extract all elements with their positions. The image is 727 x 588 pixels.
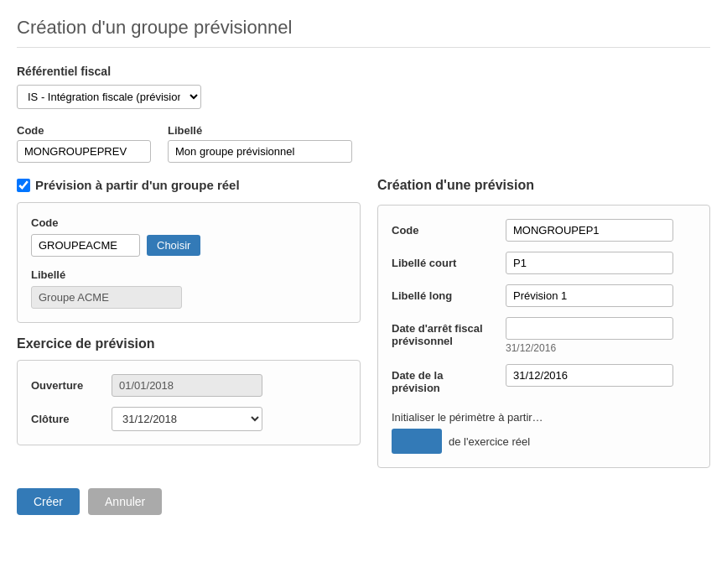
exercice-title: Exercice de prévision: [17, 336, 361, 351]
creation-code-label: Code: [392, 219, 492, 237]
init-label: Initialiser le périmètre à partir…: [392, 411, 696, 424]
creation-date-arret-input[interactable]: [506, 317, 673, 340]
creation-libelle-long-label: Libellé long: [392, 284, 492, 302]
referentiel-label: Référentiel fiscal: [17, 65, 710, 78]
init-button[interactable]: [392, 429, 442, 454]
creation-date-prev-input[interactable]: [506, 364, 673, 387]
creation-date-prev-label: Date de la prévision: [392, 364, 492, 394]
libelle-label: Libellé: [168, 124, 352, 137]
choisir-button[interactable]: Choisir: [147, 235, 200, 256]
ouverture-label: Ouverture: [31, 379, 98, 392]
libelle-input[interactable]: [168, 140, 352, 163]
cloture-select[interactable]: 31/12/2018: [112, 407, 262, 431]
cloture-label: Clôture: [31, 413, 98, 425]
groupe-libelle-value: Groupe ACME: [31, 286, 182, 309]
prevision-checkbox-label: Prévision à partir d'un groupe réel: [35, 178, 240, 192]
creation-date-arret-label: Date d'arrêt fiscal prévisonnel: [392, 317, 492, 347]
groupe-libelle-label: Libellé: [31, 268, 346, 281]
page-title: Création d'un groupe prévisionnel: [17, 17, 710, 48]
referentiel-select[interactable]: IS - Intégration fiscale (prévision): [17, 85, 201, 109]
ouverture-input: [112, 374, 262, 397]
groupe-code-input[interactable]: [31, 234, 140, 257]
creation-libelle-court-label: Libellé court: [392, 252, 492, 269]
creation-libelle-long-input[interactable]: [506, 284, 673, 307]
creer-button[interactable]: Créer: [17, 488, 80, 515]
creation-title: Création d'une prévision: [377, 178, 710, 193]
creation-code-input[interactable]: [506, 219, 673, 242]
creation-libelle-court-input[interactable]: [506, 252, 673, 274]
creation-date-arret-hint: 31/12/2016: [506, 342, 673, 354]
groupe-code-label: Code: [31, 216, 346, 229]
code-label: Code: [17, 124, 151, 137]
code-input[interactable]: [17, 140, 151, 163]
init-text: de l'exercice réel: [449, 435, 530, 448]
annuler-button[interactable]: Annuler: [88, 488, 162, 515]
prevision-checkbox[interactable]: [17, 179, 30, 192]
